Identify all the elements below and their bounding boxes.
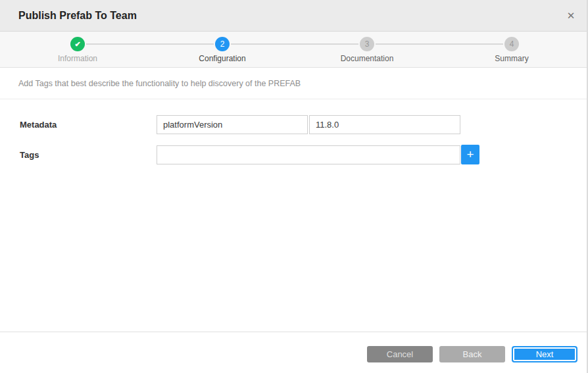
tags-label: Tags	[20, 150, 157, 160]
check-icon: ✔	[70, 37, 85, 51]
metadata-key-input[interactable]	[157, 115, 308, 134]
step-label: Summary	[439, 54, 584, 63]
step-summary[interactable]: 4 Summary	[439, 37, 584, 63]
dialog-header: Publish Prefab To Team ✕	[0, 0, 588, 32]
metadata-value-input[interactable]	[309, 115, 460, 134]
configuration-form: Metadata Tags +	[0, 100, 588, 164]
tags-input[interactable]	[157, 145, 460, 164]
dialog-title: Publish Prefab To Team	[18, 0, 137, 32]
dialog-footer: Cancel Back Next	[0, 332, 588, 373]
next-button[interactable]: Next	[512, 346, 577, 362]
step-number-badge: 4	[504, 37, 519, 51]
cancel-button[interactable]: Cancel	[367, 346, 433, 362]
step-information[interactable]: ✔ Information	[5, 37, 150, 63]
add-tag-button[interactable]: +	[461, 145, 479, 164]
step-label: Configuration	[150, 54, 295, 63]
metadata-label: Metadata	[20, 120, 157, 130]
step-documentation[interactable]: 3 Documentation	[295, 37, 439, 63]
wizard-stepper: ✔ Information 2 Configuration 3 Document…	[0, 32, 588, 68]
back-button[interactable]: Back	[439, 346, 505, 362]
step-configuration[interactable]: 2 Configuration	[150, 37, 295, 63]
step-number-badge: 3	[360, 37, 374, 51]
close-icon[interactable]: ✕	[563, 8, 579, 24]
helper-text: Add Tags that best describe the function…	[18, 68, 301, 99]
step-number-badge: 2	[215, 37, 230, 51]
tags-row: Tags +	[0, 145, 588, 164]
step-label: Documentation	[295, 54, 439, 63]
plus-icon: +	[466, 147, 474, 161]
publish-prefab-dialog: Publish Prefab To Team ✕ ✔ Information 2…	[0, 0, 588, 373]
step-label: Information	[5, 54, 150, 63]
helper-text-row: Add Tags that best describe the function…	[0, 68, 588, 99]
metadata-row: Metadata	[0, 115, 588, 134]
